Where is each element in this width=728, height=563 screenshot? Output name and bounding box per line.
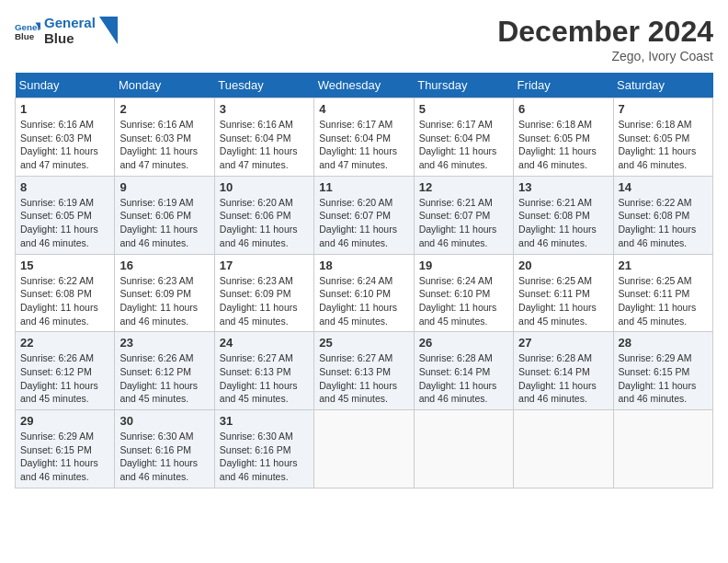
day-info: Sunrise: 6:30 AM Sunset: 6:16 PM Dayligh… bbox=[220, 430, 309, 484]
col-tuesday: Tuesday bbox=[214, 73, 313, 98]
table-row: 20 Sunrise: 6:25 AM Sunset: 6:11 PM Dayl… bbox=[514, 254, 613, 332]
table-row bbox=[314, 410, 414, 488]
day-info: Sunrise: 6:16 AM Sunset: 6:03 PM Dayligh… bbox=[119, 118, 209, 172]
logo-blue: Blue bbox=[44, 30, 96, 46]
day-number: 5 bbox=[419, 102, 508, 116]
day-info: Sunrise: 6:27 AM Sunset: 6:13 PM Dayligh… bbox=[319, 351, 408, 406]
table-row: 7 Sunrise: 6:18 AM Sunset: 6:05 PM Dayli… bbox=[613, 98, 712, 177]
day-number: 13 bbox=[518, 180, 608, 194]
table-row bbox=[414, 410, 513, 488]
day-info: Sunrise: 6:18 AM Sunset: 6:05 PM Dayligh… bbox=[518, 118, 608, 172]
day-info: Sunrise: 6:24 AM Sunset: 6:10 PM Dayligh… bbox=[419, 274, 508, 328]
day-number: 31 bbox=[220, 414, 309, 428]
day-info: Sunrise: 6:20 AM Sunset: 6:07 PM Dayligh… bbox=[319, 196, 408, 250]
svg-text:Blue: Blue bbox=[15, 31, 35, 41]
day-number: 8 bbox=[20, 180, 109, 194]
day-number: 24 bbox=[220, 336, 309, 350]
day-number: 16 bbox=[119, 259, 209, 272]
day-number: 25 bbox=[319, 336, 408, 350]
day-info: Sunrise: 6:25 AM Sunset: 6:11 PM Dayligh… bbox=[619, 274, 708, 328]
logo-general: General bbox=[44, 15, 96, 30]
table-row: 10 Sunrise: 6:20 AM Sunset: 6:06 PM Dayl… bbox=[214, 176, 313, 254]
day-info: Sunrise: 6:26 AM Sunset: 6:12 PM Dayligh… bbox=[20, 351, 109, 406]
day-info: Sunrise: 6:18 AM Sunset: 6:05 PM Dayligh… bbox=[619, 118, 708, 172]
logo: General Blue General Blue bbox=[15, 15, 118, 46]
day-number: 28 bbox=[619, 336, 708, 350]
title-area: December 2024 Zego, Ivory Coast bbox=[497, 15, 713, 63]
table-row: 19 Sunrise: 6:24 AM Sunset: 6:10 PM Dayl… bbox=[414, 254, 513, 332]
day-number: 9 bbox=[119, 180, 209, 194]
day-number: 21 bbox=[619, 259, 708, 272]
col-saturday: Saturday bbox=[613, 73, 712, 98]
table-row: 22 Sunrise: 6:26 AM Sunset: 6:12 PM Dayl… bbox=[16, 332, 115, 410]
table-row: 4 Sunrise: 6:17 AM Sunset: 6:04 PM Dayli… bbox=[314, 98, 414, 177]
day-number: 3 bbox=[220, 102, 309, 116]
col-monday: Monday bbox=[115, 73, 214, 98]
day-info: Sunrise: 6:19 AM Sunset: 6:06 PM Dayligh… bbox=[119, 196, 209, 250]
day-number: 1 bbox=[20, 102, 109, 116]
day-info: Sunrise: 6:21 AM Sunset: 6:07 PM Dayligh… bbox=[419, 196, 508, 250]
table-row: 15 Sunrise: 6:22 AM Sunset: 6:08 PM Dayl… bbox=[16, 254, 115, 332]
table-row bbox=[514, 410, 613, 488]
day-info: Sunrise: 6:22 AM Sunset: 6:08 PM Dayligh… bbox=[619, 196, 708, 250]
day-number: 20 bbox=[518, 259, 608, 272]
day-info: Sunrise: 6:23 AM Sunset: 6:09 PM Dayligh… bbox=[220, 274, 309, 328]
day-info: Sunrise: 6:24 AM Sunset: 6:10 PM Dayligh… bbox=[319, 274, 408, 328]
day-number: 11 bbox=[319, 180, 408, 194]
day-info: Sunrise: 6:16 AM Sunset: 6:03 PM Dayligh… bbox=[20, 118, 109, 172]
day-number: 7 bbox=[619, 102, 708, 116]
col-wednesday: Wednesday bbox=[314, 73, 414, 98]
calendar-week-row: 15 Sunrise: 6:22 AM Sunset: 6:08 PM Dayl… bbox=[16, 254, 713, 332]
table-row: 26 Sunrise: 6:28 AM Sunset: 6:14 PM Dayl… bbox=[414, 332, 513, 410]
day-info: Sunrise: 6:25 AM Sunset: 6:11 PM Dayligh… bbox=[518, 274, 608, 328]
day-info: Sunrise: 6:30 AM Sunset: 6:16 PM Dayligh… bbox=[119, 430, 209, 484]
table-row: 30 Sunrise: 6:30 AM Sunset: 6:16 PM Dayl… bbox=[115, 410, 214, 488]
calendar-week-row: 8 Sunrise: 6:19 AM Sunset: 6:05 PM Dayli… bbox=[16, 176, 713, 254]
calendar-week-row: 1 Sunrise: 6:16 AM Sunset: 6:03 PM Dayli… bbox=[16, 98, 713, 177]
day-info: Sunrise: 6:19 AM Sunset: 6:05 PM Dayligh… bbox=[20, 196, 109, 250]
day-info: Sunrise: 6:22 AM Sunset: 6:08 PM Dayligh… bbox=[20, 274, 109, 328]
table-row: 16 Sunrise: 6:23 AM Sunset: 6:09 PM Dayl… bbox=[115, 254, 214, 332]
day-info: Sunrise: 6:16 AM Sunset: 6:04 PM Dayligh… bbox=[220, 118, 309, 172]
day-number: 12 bbox=[419, 180, 508, 194]
table-row bbox=[613, 410, 712, 488]
table-row: 28 Sunrise: 6:29 AM Sunset: 6:15 PM Dayl… bbox=[613, 332, 712, 410]
day-number: 4 bbox=[319, 102, 408, 116]
table-row: 3 Sunrise: 6:16 AM Sunset: 6:04 PM Dayli… bbox=[214, 98, 313, 177]
page-header: General Blue General Blue December 2024 … bbox=[15, 15, 713, 63]
day-info: Sunrise: 6:26 AM Sunset: 6:12 PM Dayligh… bbox=[119, 351, 209, 406]
day-info: Sunrise: 6:20 AM Sunset: 6:06 PM Dayligh… bbox=[220, 196, 309, 250]
table-row: 23 Sunrise: 6:26 AM Sunset: 6:12 PM Dayl… bbox=[115, 332, 214, 410]
day-info: Sunrise: 6:29 AM Sunset: 6:15 PM Dayligh… bbox=[619, 351, 708, 406]
calendar-table: Sunday Monday Tuesday Wednesday Thursday… bbox=[15, 73, 713, 488]
day-number: 6 bbox=[518, 102, 608, 116]
table-row: 17 Sunrise: 6:23 AM Sunset: 6:09 PM Dayl… bbox=[214, 254, 313, 332]
day-number: 23 bbox=[119, 336, 209, 350]
table-row: 2 Sunrise: 6:16 AM Sunset: 6:03 PM Dayli… bbox=[115, 98, 214, 177]
table-row: 29 Sunrise: 6:29 AM Sunset: 6:15 PM Dayl… bbox=[16, 410, 115, 488]
day-number: 30 bbox=[119, 414, 209, 428]
day-number: 17 bbox=[220, 259, 309, 272]
table-row: 31 Sunrise: 6:30 AM Sunset: 6:16 PM Dayl… bbox=[214, 410, 313, 488]
day-number: 26 bbox=[419, 336, 508, 350]
day-info: Sunrise: 6:28 AM Sunset: 6:14 PM Dayligh… bbox=[518, 351, 608, 406]
table-row: 21 Sunrise: 6:25 AM Sunset: 6:11 PM Dayl… bbox=[613, 254, 712, 332]
day-number: 22 bbox=[20, 336, 109, 350]
svg-marker-3 bbox=[99, 17, 118, 44]
col-friday: Friday bbox=[514, 73, 613, 98]
day-info: Sunrise: 6:28 AM Sunset: 6:14 PM Dayligh… bbox=[419, 351, 508, 406]
table-row: 8 Sunrise: 6:19 AM Sunset: 6:05 PM Dayli… bbox=[16, 176, 115, 254]
month-title: December 2024 bbox=[497, 15, 713, 49]
col-thursday: Thursday bbox=[414, 73, 513, 98]
location: Zego, Ivory Coast bbox=[497, 49, 713, 63]
logo-icon: General Blue bbox=[15, 17, 40, 43]
table-row: 12 Sunrise: 6:21 AM Sunset: 6:07 PM Dayl… bbox=[414, 176, 513, 254]
table-row: 5 Sunrise: 6:17 AM Sunset: 6:04 PM Dayli… bbox=[414, 98, 513, 177]
day-number: 2 bbox=[119, 102, 209, 116]
day-number: 29 bbox=[20, 414, 109, 428]
day-number: 27 bbox=[518, 336, 608, 350]
table-row: 25 Sunrise: 6:27 AM Sunset: 6:13 PM Dayl… bbox=[314, 332, 414, 410]
calendar-week-row: 29 Sunrise: 6:29 AM Sunset: 6:15 PM Dayl… bbox=[16, 410, 713, 488]
day-number: 19 bbox=[419, 259, 508, 272]
day-info: Sunrise: 6:27 AM Sunset: 6:13 PM Dayligh… bbox=[220, 351, 309, 406]
